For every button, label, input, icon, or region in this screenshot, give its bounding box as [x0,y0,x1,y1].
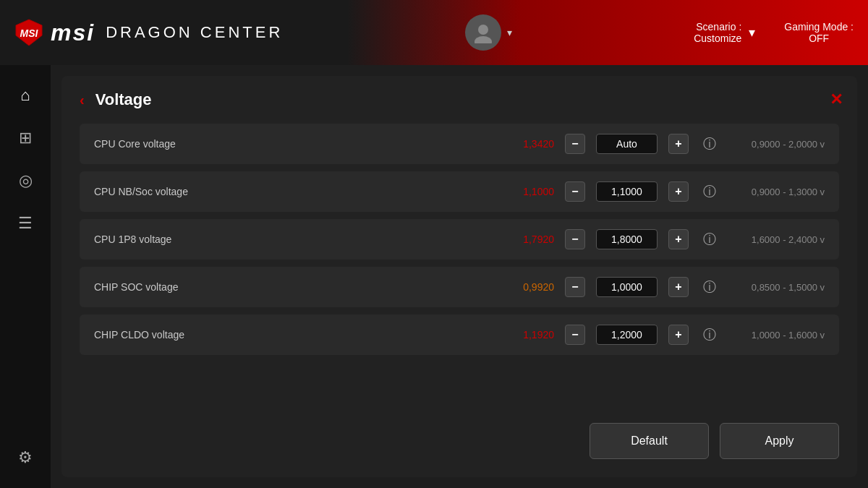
default-button[interactable]: Default [590,423,709,459]
home-icon: ⌂ [20,86,30,105]
voltage-name-cpu-core: CPU Core voltage [94,138,503,150]
scenario-info[interactable]: Scenario : Customize ▾ [694,21,755,44]
gaming-mode-value: OFF [784,33,854,44]
svg-point-3 [475,36,492,43]
increment-cpu-1p8[interactable]: + [668,229,689,249]
decrement-cpu-1p8[interactable]: − [565,229,585,249]
voltage-current-chip-soc: 0,9920 [514,281,554,293]
increment-chip-cldo[interactable]: + [668,325,689,345]
voltage-row-chip-soc: CHIP SOC voltage 0,9920 − + ⓘ 0,8500 - 1… [80,267,839,307]
sidebar-item-dashboard[interactable]: ⊞ [9,122,41,154]
user-section[interactable]: ▾ [465,14,512,51]
voltage-row-cpu-nbsoc: CPU NB/Soc voltage 1,1000 − + ⓘ 0,9000 -… [80,171,839,212]
voltage-name-chip-soc: CHIP SOC voltage [94,281,503,293]
increment-cpu-nbsoc[interactable]: + [668,181,689,202]
panel-header: ‹ Voltage [80,90,839,109]
avatar [465,14,501,51]
voltage-row-cpu-1p8: CPU 1P8 voltage 1,7920 − + ⓘ 1,6000 - 2,… [80,219,839,260]
voltage-input-chip-cldo[interactable] [596,325,658,345]
voltage-range-cpu-core: 0,9000 - 2,0000 v [731,139,825,150]
voltage-range-chip-cldo: 1,0000 - 1,6000 v [731,330,825,341]
msi-brand-text: msi [51,20,95,46]
decrement-chip-soc[interactable]: − [565,277,585,297]
voltage-input-chip-soc[interactable] [596,277,658,297]
panel-title: Voltage [95,90,152,109]
gaming-mode-info: Gaming Mode : OFF [784,21,854,44]
voltage-current-cpu-1p8: 1,7920 [514,234,554,245]
voltage-row-cpu-core: CPU Core voltage 1,3420 − + ⓘ 0,9000 - 2… [80,124,839,164]
msi-logo: MSI msi [14,18,95,47]
app-logo: MSI msi DRAGON CENTER [14,18,283,47]
close-panel-button[interactable]: ✕ [830,90,843,109]
sidebar-item-monitor[interactable]: ◎ [9,165,41,197]
svg-point-2 [478,25,488,35]
title-bar: MSI msi DRAGON CENTER ▾ Scenario : Custo… [0,0,868,65]
settings-icon: ⚙ [18,448,33,467]
main-content: ‹ Voltage ✕ CPU Core voltage 1,3420 − + … [51,65,868,488]
bottom-buttons: Default Apply [590,423,839,459]
voltage-list: CPU Core voltage 1,3420 − + ⓘ 0,9000 - 2… [80,124,839,355]
gaming-mode-label: Gaming Mode : [784,21,854,33]
apply-button[interactable]: Apply [720,423,839,459]
dragon-center-text: DRAGON CENTER [106,23,283,42]
voltage-input-cpu-nbsoc[interactable] [596,181,658,202]
content-panel: ‹ Voltage ✕ CPU Core voltage 1,3420 − + … [61,76,857,477]
msi-shield-icon: MSI [14,18,43,47]
info-chip-soc[interactable]: ⓘ [699,277,720,297]
tools-icon: ☰ [18,214,33,233]
voltage-name-chip-cldo: CHIP CLDO voltage [94,329,503,341]
user-dropdown-icon[interactable]: ▾ [507,27,512,38]
increment-chip-soc[interactable]: + [668,277,689,297]
increment-cpu-core[interactable]: + [668,134,689,154]
dashboard-icon: ⊞ [19,129,32,147]
voltage-row-chip-cldo: CHIP CLDO voltage 1,1920 − + ⓘ 1,0000 - … [80,314,839,355]
svg-text:MSI: MSI [20,27,39,39]
sidebar-item-tools[interactable]: ☰ [9,207,41,239]
voltage-name-cpu-1p8: CPU 1P8 voltage [94,234,503,245]
voltage-current-cpu-nbsoc: 1,1000 [514,186,554,197]
monitor-icon: ◎ [19,171,33,190]
voltage-range-chip-soc: 0,8500 - 1,5000 v [731,282,825,293]
back-button[interactable]: ‹ [80,92,85,108]
voltage-range-cpu-nbsoc: 0,9000 - 1,3000 v [731,187,825,197]
voltage-input-cpu-1p8[interactable] [596,229,658,249]
decrement-cpu-core[interactable]: − [565,134,585,154]
scenario-section: Scenario : Customize ▾ Gaming Mode : OFF [694,21,854,44]
voltage-input-cpu-core[interactable] [596,134,658,154]
info-cpu-nbsoc[interactable]: ⓘ [699,181,720,202]
decrement-cpu-nbsoc[interactable]: − [565,181,585,202]
sidebar-item-settings[interactable]: ⚙ [9,442,41,474]
decrement-chip-cldo[interactable]: − [565,325,585,345]
info-cpu-core[interactable]: ⓘ [699,134,720,154]
scenario-value: Customize [694,33,741,44]
scenario-label: Scenario : [694,21,741,33]
voltage-current-chip-cldo: 1,1920 [514,329,554,341]
info-chip-cldo[interactable]: ⓘ [699,325,720,345]
scenario-dropdown-icon[interactable]: ▾ [749,25,755,40]
sidebar: ⌂ ⊞ ◎ ☰ ⚙ [0,65,51,488]
voltage-current-cpu-core: 1,3420 [514,138,554,150]
voltage-name-cpu-nbsoc: CPU NB/Soc voltage [94,186,503,197]
sidebar-item-home[interactable]: ⌂ [9,80,41,111]
info-cpu-1p8[interactable]: ⓘ [699,229,720,249]
voltage-range-cpu-1p8: 1,6000 - 2,4000 v [731,234,825,245]
